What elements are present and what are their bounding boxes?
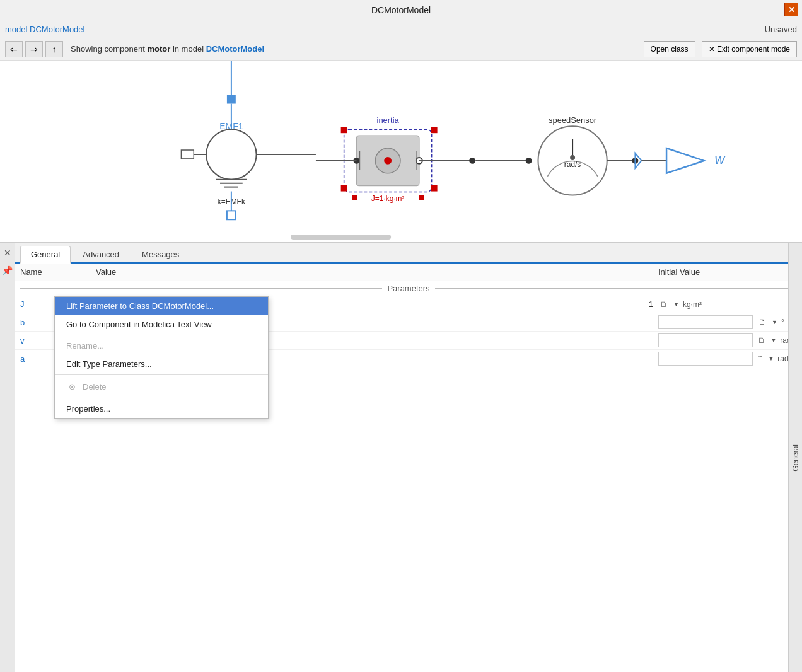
pin-icon[interactable]: 📌 xyxy=(2,265,13,276)
diagram-area: EMF1 k=EMFk inertia J=1 xyxy=(0,61,802,243)
tab-messages[interactable]: Messages xyxy=(131,246,190,262)
bottom-panel: ✕ 📌 General Advanced Messages Name Value… xyxy=(0,243,802,672)
svg-text:w: w xyxy=(715,151,726,167)
ctx-goto-component[interactable]: Go to Component in Modelica Text View xyxy=(55,315,268,333)
unsaved-status: Unsaved xyxy=(765,25,797,34)
table-area: Name Value Initial Value Parameters J 1 … xyxy=(15,264,802,672)
svg-point-33 xyxy=(469,158,475,164)
svg-rect-21 xyxy=(341,185,347,192)
table-header: Name Value Initial Value xyxy=(15,264,802,281)
ctx-delete: ⊗ Delete xyxy=(55,376,268,397)
svg-point-2 xyxy=(206,129,256,179)
diagram-svg: EMF1 k=EMFk inertia J=1 xyxy=(0,61,802,242)
window-title: DCMotorModel xyxy=(371,5,431,15)
model-name-link[interactable]: DCMotorModel xyxy=(206,44,264,54)
ctx-rename-label: Rename... xyxy=(66,341,104,350)
ctx-separator-3 xyxy=(55,398,268,398)
section-line-right xyxy=(435,288,797,289)
svg-text:J=1·kg·m²: J=1·kg·m² xyxy=(371,194,405,203)
ctx-goto-label: Go to Component in Modelica Text View xyxy=(66,320,212,329)
tabs-bar: General Advanced Messages xyxy=(15,243,802,264)
unit-J: kg·m² xyxy=(683,300,702,309)
col-header-initial: Initial Value xyxy=(658,267,797,277)
doc-icon-a[interactable]: 🗋 xyxy=(757,353,764,364)
close-window-button[interactable]: ✕ xyxy=(784,3,798,16)
dropdown-arrow-a[interactable]: ▼ xyxy=(768,356,774,362)
model-name[interactable]: DCMotorModel xyxy=(30,25,84,34)
svg-text:inertia: inertia xyxy=(377,115,400,125)
row-initial-b: 🗋 ▼ ° xyxy=(658,315,797,329)
model-prefix: model xyxy=(5,25,27,34)
svg-point-18 xyxy=(384,157,392,165)
svg-rect-11 xyxy=(227,95,236,104)
svg-rect-13 xyxy=(227,211,236,219)
dropdown-arrow-b[interactable]: ▼ xyxy=(772,319,777,325)
parameters-section-header: Parameters xyxy=(15,281,802,296)
delete-icon: ⊗ xyxy=(66,381,78,392)
svg-rect-20 xyxy=(431,127,438,133)
section-line-left xyxy=(20,288,382,289)
svg-rect-8 xyxy=(181,150,194,159)
doc-icon-J[interactable]: 🗋 xyxy=(658,299,670,310)
doc-icon-b[interactable]: 🗋 xyxy=(757,316,768,328)
svg-rect-22 xyxy=(431,185,438,192)
col-header-name: Name xyxy=(20,267,96,277)
properties-panel: General Advanced Messages Name Value Ini… xyxy=(15,243,802,672)
component-name: motor xyxy=(147,44,170,54)
ctx-properties[interactable]: Properties... xyxy=(55,400,268,418)
initial-input-v[interactable] xyxy=(658,333,753,347)
left-icons-panel: ✕ 📌 xyxy=(0,243,15,672)
ctx-rename: Rename... xyxy=(55,337,268,355)
exit-component-button[interactable]: ✕ Exit component mode xyxy=(702,41,797,57)
model-bar: model DCMotorModel Unsaved xyxy=(0,20,802,38)
row-initial-J: 🗋 ▼ kg·m² xyxy=(658,299,797,310)
section-label: Parameters xyxy=(387,284,429,293)
ctx-separator-2 xyxy=(55,374,268,375)
nav-back-button[interactable]: ⇐ xyxy=(5,41,23,57)
svg-point-35 xyxy=(526,158,532,164)
tab-advanced[interactable]: Advanced xyxy=(72,246,130,262)
svg-point-38 xyxy=(570,155,575,160)
svg-rect-31 xyxy=(352,195,357,200)
doc-icon-v[interactable]: 🗋 xyxy=(757,335,767,346)
ctx-lift-label: Lift Parameter to Class DCMotorModel... xyxy=(66,301,214,311)
ctx-separator-1 xyxy=(55,335,268,335)
ctx-edit-type[interactable]: Edit Type Parameters... xyxy=(55,355,268,373)
initial-input-a[interactable] xyxy=(658,352,753,366)
svg-rect-47 xyxy=(291,235,391,240)
showing-component-text: Showing component motor in model DCMotor… xyxy=(71,44,264,54)
title-bar: DCMotorModel ✕ xyxy=(0,0,802,20)
unit-b: ° xyxy=(781,318,784,327)
row-initial-a: 🗋 ▼ rad/s² xyxy=(658,352,797,366)
ctx-properties-label: Properties... xyxy=(66,404,110,414)
dropdown-arrow-J[interactable]: ▼ xyxy=(673,301,679,308)
svg-text:speedSensor: speedSensor xyxy=(549,115,597,125)
toolbar: ⇐ ⇒ ↑ Showing component motor in model D… xyxy=(0,38,802,61)
nav-up-button[interactable]: ↑ xyxy=(45,41,63,57)
dropdown-arrow-v[interactable]: ▼ xyxy=(770,337,776,344)
close-panel-icon[interactable]: ✕ xyxy=(2,247,13,258)
svg-text:rad/s: rad/s xyxy=(564,160,581,169)
tab-general[interactable]: General xyxy=(20,246,71,264)
svg-rect-19 xyxy=(341,127,347,133)
svg-rect-32 xyxy=(419,195,424,200)
ctx-edit-type-label: Edit Type Parameters... xyxy=(66,359,152,369)
open-class-button[interactable]: Open class xyxy=(644,41,695,57)
context-menu: Lift Parameter to Class DCMotorModel... … xyxy=(54,296,269,419)
nav-forward-button[interactable]: ⇒ xyxy=(25,41,43,57)
model-label: model DCMotorModel xyxy=(5,25,84,34)
right-tab-label: General xyxy=(791,444,800,472)
row-initial-v: 🗋 ▼ rad/s xyxy=(658,333,797,347)
right-tab-general[interactable]: General xyxy=(788,243,802,672)
value-number-J: 1 xyxy=(649,299,658,309)
ctx-lift-parameter[interactable]: Lift Parameter to Class DCMotorModel... xyxy=(55,297,268,315)
col-header-value: Value xyxy=(96,267,658,277)
initial-input-b[interactable] xyxy=(658,315,753,329)
ctx-delete-label: Delete xyxy=(83,382,107,391)
